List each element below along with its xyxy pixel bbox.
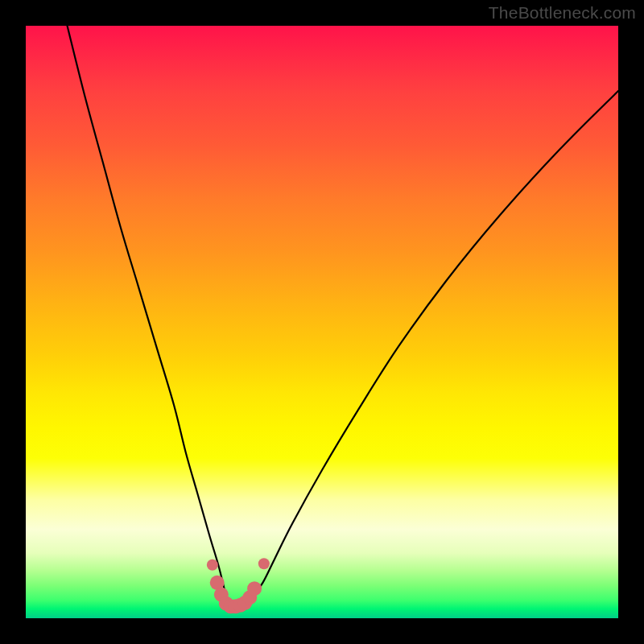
curve-layer [26, 26, 618, 618]
bottleneck-curve-path [68, 26, 618, 607]
highlight-dot [258, 558, 270, 569]
highlight-dot [207, 559, 218, 571]
chart-frame: TheBottleneck.com [0, 0, 644, 644]
highlight-dots-group [207, 558, 270, 613]
plot-area [26, 26, 618, 618]
watermark-text: TheBottleneck.com [489, 3, 636, 23]
highlight-dot [247, 581, 262, 596]
